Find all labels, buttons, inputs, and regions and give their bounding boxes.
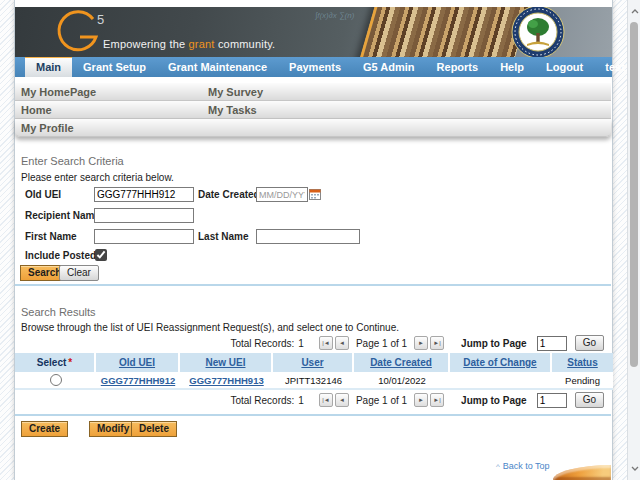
required-marker: *: [68, 357, 72, 368]
nav-grant-maintenance[interactable]: Grant Maintenance: [157, 57, 278, 77]
recipient-name-input[interactable]: [94, 208, 194, 223]
back-to-top-link[interactable]: ^ Back to Top: [496, 461, 550, 471]
nav-logout[interactable]: Logout: [535, 57, 594, 77]
back-to-top-label: Back to Top: [503, 461, 550, 471]
department-of-education-seal-icon: [511, 7, 565, 59]
modify-button[interactable]: Modify: [89, 421, 137, 437]
submenu-my-profile[interactable]: My Profile: [15, 122, 208, 134]
search-results-title: Search Results: [21, 306, 96, 318]
create-button[interactable]: Create: [21, 421, 68, 437]
old-uei-link[interactable]: GGG777HHH912: [101, 375, 175, 386]
page-indicator: Page 1 of 1: [356, 395, 407, 406]
scrollbar-thumb[interactable]: [630, 22, 638, 367]
status-cell: Pending: [552, 372, 613, 390]
select-cell: [15, 372, 96, 390]
delete-button[interactable]: Delete: [131, 421, 177, 437]
tagline-prefix: Empowering the: [103, 38, 189, 50]
submenu-my-homepage[interactable]: My HomePage: [15, 86, 208, 98]
jump-to-page-input[interactable]: [537, 336, 567, 351]
first-page-button[interactable]: |◄: [319, 336, 333, 350]
jump-to-page-input[interactable]: [537, 393, 567, 408]
old-uei-cell: GGG777HHH912: [96, 372, 180, 390]
search-results-instructions: Browse through the list of UEI Reassignm…: [21, 322, 399, 333]
nav-help[interactable]: Help: [489, 57, 535, 77]
date-created-input[interactable]: [256, 187, 308, 202]
last-name-input[interactable]: [256, 229, 360, 244]
first-page-button[interactable]: |◄: [319, 393, 333, 407]
first-name-label: First Name: [25, 230, 77, 244]
go-button[interactable]: Go: [575, 335, 604, 351]
g5-logo-five: 5: [97, 12, 104, 27]
header-date-of-change-sort-link[interactable]: Date of Change: [463, 357, 536, 368]
recipient-name-label: Recipient Name: [25, 209, 100, 223]
section-divider: [15, 414, 611, 416]
banner-tagline: Empowering the grant community.: [103, 38, 275, 50]
page-indicator: Page 1 of 1: [356, 338, 407, 349]
submenu-my-tasks[interactable]: My Tasks: [208, 104, 257, 116]
date-of-change-cell: [450, 372, 552, 390]
page-content: ∫f(x)∂x ∑(n) 5 Empowering the grant comm…: [14, 0, 613, 480]
header-old-uei: Old UEI: [96, 353, 180, 372]
date-created-cell: 10/01/2022: [354, 372, 450, 390]
corner-decoration-image: [553, 465, 611, 480]
tagline-highlight: grant: [189, 38, 215, 50]
last-page-button[interactable]: ►|: [430, 336, 444, 350]
header-status: Status: [552, 353, 613, 372]
last-page-button[interactable]: ►|: [430, 393, 444, 407]
clear-button[interactable]: Clear: [59, 265, 99, 281]
date-created-label: Date Created: [198, 188, 260, 202]
previous-page-button[interactable]: ◄: [335, 336, 349, 350]
nav-main[interactable]: Main: [25, 57, 72, 77]
last-name-label: Last Name: [198, 230, 249, 244]
calendar-icon[interactable]: [309, 188, 321, 200]
pagination-bottom: Total Records: 1 |◄ ◄ Page 1 of 1 ► ►| J…: [230, 392, 604, 408]
scroll-down-icon[interactable]: [629, 461, 640, 475]
header-date-created: Date Created: [354, 353, 450, 372]
banner: ∫f(x)∂x ∑(n) 5 Empowering the grant comm…: [15, 7, 612, 59]
table-row: GGG777HHH912 GGG777HHH913 JPITT132146 10…: [15, 372, 613, 390]
header-user-sort-link[interactable]: User: [301, 357, 323, 368]
header-select-label: Select: [37, 357, 66, 368]
header-old-uei-sort-link[interactable]: Old UEI: [119, 357, 155, 368]
pagination-top: Total Records: 1 |◄ ◄ Page 1 of 1 ► ►| J…: [230, 335, 604, 351]
submenu-my-survey[interactable]: My Survey: [208, 86, 263, 98]
row-select-radio[interactable]: [50, 374, 62, 386]
nav-reports[interactable]: Reports: [426, 57, 490, 77]
new-uei-cell: GGG777HHH913: [180, 372, 273, 390]
user-cell: JPITT132146: [273, 372, 354, 390]
total-records-value: 1: [298, 338, 304, 349]
vertical-scrollbar[interactable]: [627, 0, 640, 480]
bookshelf-image: [358, 7, 530, 59]
caret-up-icon: ^: [496, 462, 500, 471]
go-button[interactable]: Go: [575, 392, 604, 408]
header-select: Select*: [15, 353, 96, 372]
nav-payments[interactable]: Payments: [278, 57, 352, 77]
submenu-row: My HomePage My Survey: [15, 83, 611, 101]
first-name-input[interactable]: [94, 229, 194, 244]
section-divider: [15, 284, 611, 286]
header-new-uei-sort-link[interactable]: New UEI: [205, 357, 245, 368]
header-user: User: [273, 353, 354, 372]
old-uei-input[interactable]: [94, 187, 194, 202]
chalkboard-decoration: ∫f(x)∂x ∑(n): [315, 11, 354, 20]
include-posted-checkbox[interactable]: [95, 249, 107, 261]
jump-to-page-label: Jump to Page: [461, 395, 527, 406]
results-table: Select* Old UEI New UEI User Date Create…: [15, 353, 613, 390]
previous-page-button[interactable]: ◄: [335, 393, 349, 407]
header-status-sort-link[interactable]: Status: [567, 357, 598, 368]
nav-g5-admin[interactable]: G5 Admin: [352, 57, 426, 77]
table-header-row: Select* Old UEI New UEI User Date Create…: [15, 353, 613, 372]
old-uei-label: Old UEI: [25, 188, 61, 202]
submenu-home[interactable]: Home: [15, 104, 208, 116]
next-page-button[interactable]: ►: [414, 336, 428, 350]
nav-grant-setup[interactable]: Grant Setup: [72, 57, 157, 77]
search-criteria-instructions: Please enter search criteria below.: [21, 172, 174, 183]
total-records-value: 1: [298, 395, 304, 406]
header-new-uei: New UEI: [180, 353, 273, 372]
new-uei-link[interactable]: GGG777HHH913: [189, 375, 263, 386]
search-criteria-title: Enter Search Criteria: [21, 155, 124, 167]
scroll-up-icon[interactable]: [629, 4, 640, 18]
total-records-label: Total Records:: [230, 338, 294, 349]
next-page-button[interactable]: ►: [414, 393, 428, 407]
header-date-created-sort-link[interactable]: Date Created: [370, 357, 432, 368]
